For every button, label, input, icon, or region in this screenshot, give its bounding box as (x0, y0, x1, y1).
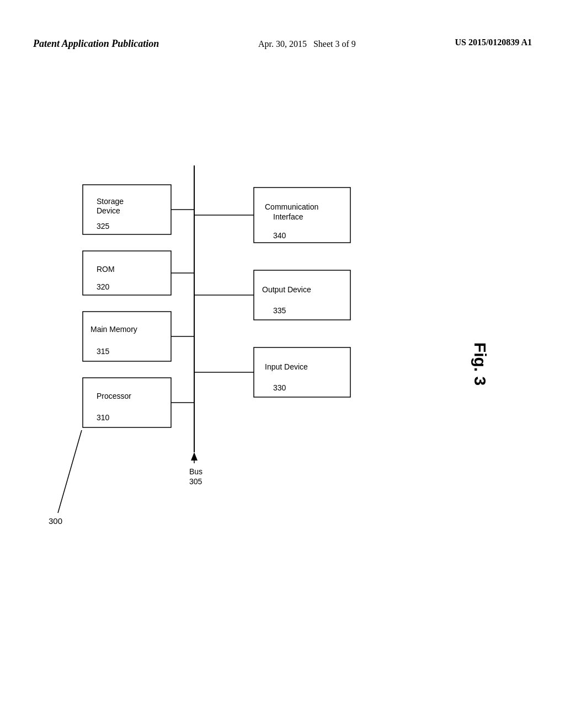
communication-number: 340 (273, 231, 286, 240)
communication-label: Communication Interface (265, 202, 321, 221)
input-device-label: Input Device (265, 362, 308, 371)
processor-box (83, 378, 171, 427)
output-device-box (254, 270, 350, 320)
main-memory-number: 315 (97, 347, 110, 356)
storage-device-number: 325 (97, 222, 110, 231)
sheet-info: Sheet 3 of 9 (313, 39, 356, 49)
processor-number: 310 (97, 413, 110, 422)
fig-label: Fig. 3 (471, 342, 489, 386)
rom-label: ROM (97, 265, 115, 274)
processor-label: Processor (97, 392, 131, 400)
main-memory-box (83, 312, 171, 361)
output-device-label: Output Device (262, 285, 311, 294)
publication-date-sheet: Apr. 30, 2015 Sheet 3 of 9 (258, 38, 356, 51)
input-device-box (254, 347, 350, 397)
publication-title: Patent Application Publication (33, 38, 159, 50)
bus-number: 305 (189, 477, 202, 486)
storage-device-box (83, 185, 171, 234)
input-device-number: 330 (273, 383, 286, 392)
rom-box (83, 251, 171, 295)
storage-device-label: Storage Device (97, 197, 126, 215)
patent-page: Patent Application Publication Apr. 30, … (0, 0, 565, 728)
rom-number: 320 (97, 282, 110, 291)
output-device-number: 335 (273, 306, 286, 315)
main-memory-label: Main Memory (90, 325, 137, 334)
publication-date: Apr. 30, 2015 (258, 39, 307, 49)
patent-number: US 2015/0120839 A1 (455, 38, 532, 47)
circuit-diagram: Storage Device 325 ROM 320 Main Memory 3… (0, 77, 565, 684)
page-header: Patent Application Publication Apr. 30, … (0, 38, 565, 51)
bus-arrow-head (191, 452, 198, 461)
bus-label: Bus (189, 467, 202, 476)
ref-300-line (58, 430, 82, 513)
ref-300-label: 300 (49, 516, 62, 526)
